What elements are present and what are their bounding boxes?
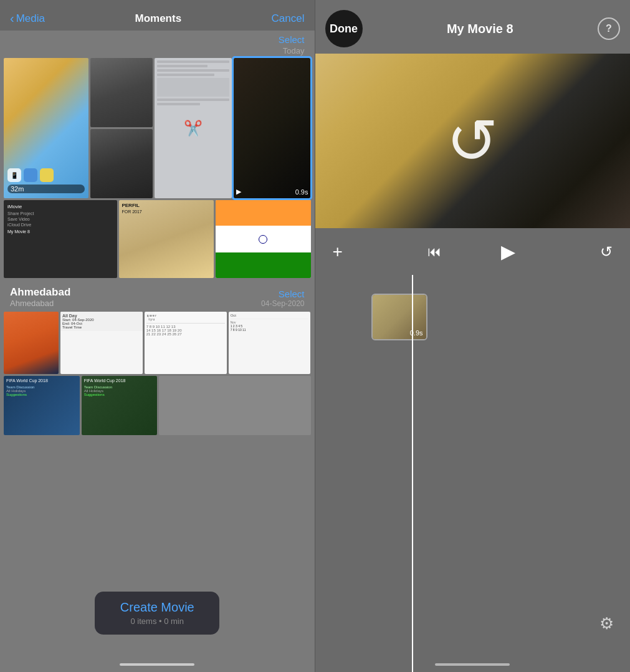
- settings-icon: ⚙: [599, 614, 614, 633]
- section-header-ahmedabad: Ahmedabad Ahmedabad Select 04-Sep-2020: [0, 280, 315, 309]
- create-movie-button[interactable]: Create Movie 0 items • 0 min: [95, 592, 219, 635]
- right-panel: Done My Movie 8 ? ↺ + ⏮ ▶ ↺: [315, 0, 631, 672]
- timeline-clip[interactable]: 0.9s: [371, 294, 427, 340]
- right-header: Done My Movie 8 ?: [315, 0, 631, 54]
- grid-row-1: 📱 32m: [4, 58, 311, 198]
- create-movie-title: Create Movie: [120, 600, 194, 615]
- add-clip-button[interactable]: +: [328, 237, 348, 267]
- section2-date: 04-Sep-2020: [261, 299, 304, 308]
- playhead: [412, 275, 413, 672]
- section-right: Select 04-Sep-2020: [261, 289, 304, 308]
- cancel-button[interactable]: Cancel: [272, 12, 305, 25]
- play-button[interactable]: ▶: [477, 236, 539, 267]
- grid-cell-dark1[interactable]: [90, 58, 152, 127]
- grid-cell-india[interactable]: [216, 200, 310, 278]
- left-panel: ‹ Media Moments Cancel Select Today 📱 32…: [0, 0, 315, 672]
- moments-title: Moments: [135, 12, 181, 25]
- undo-icon: ↺: [446, 110, 499, 172]
- grid-row-2: iMovie Share Project Save Video iCloud D…: [4, 200, 311, 278]
- done-label: Done: [330, 22, 358, 36]
- grid-cell-screenshot[interactable]: ✂️: [155, 58, 232, 198]
- back-chevron-icon: ‹: [10, 11, 14, 26]
- undo-button[interactable]: ↺: [595, 238, 618, 266]
- grid-cell-calendar2[interactable]: q w e r t y u 7 8 9 10 11 12 1314 15 16 …: [145, 312, 227, 374]
- back-button[interactable]: ‹ Media: [10, 11, 45, 26]
- photo-grid-today: 📱 32m: [0, 58, 315, 278]
- grid-cell-imovie[interactable]: iMovie Share Project Save Video iCloud D…: [4, 200, 117, 278]
- grid-cell-home[interactable]: 📱 32m: [4, 58, 88, 198]
- create-movie-sub: 0 items • 0 min: [120, 617, 194, 626]
- settings-button[interactable]: ⚙: [595, 612, 618, 635]
- help-button[interactable]: ?: [598, 17, 620, 40]
- grid-cell-calendar1[interactable]: All Day Start: 04-Sep-2020 End: 04-Oct T…: [60, 312, 143, 374]
- back-label[interactable]: Media: [16, 12, 45, 25]
- grid-cell-blank[interactable]: [159, 376, 310, 435]
- select-button[interactable]: Select: [279, 34, 305, 45]
- grid-cell-text-promo[interactable]: PERFIL FOR 2017: [119, 200, 214, 278]
- skip-back-icon: ⏮: [427, 244, 441, 260]
- time-badge: 32m: [7, 185, 85, 193]
- preview-area: ↺: [315, 54, 631, 228]
- right-bottom-indicator: [435, 663, 510, 666]
- create-movie-container: Create Movie 0 items • 0 min: [95, 592, 219, 635]
- select-row: Select: [0, 31, 315, 46]
- grid-cell-iphone[interactable]: [4, 312, 59, 374]
- section-location: Ahmedabad Ahmedabad: [10, 286, 70, 308]
- photo-grid-ahmedabad: All Day Start: 04-Sep-2020 End: 04-Oct T…: [0, 312, 315, 435]
- grid-col-small: [90, 58, 152, 198]
- video-play-icon: ▶: [236, 188, 241, 196]
- grid-cell-fifa1[interactable]: FIFA World Cup 2018 Team Discussion All …: [4, 376, 80, 435]
- undo-overlay: ↺: [435, 103, 510, 178]
- grid-cell-selected-video[interactable]: ▶ 0.9s: [234, 58, 311, 198]
- today-label: Today: [0, 46, 315, 58]
- ahmedabad-row2: FIFA World Cup 2018 Team Discussion All …: [4, 376, 311, 435]
- playback-controls: + ⏮ ▶ ↺: [315, 228, 631, 275]
- help-icon: ?: [606, 23, 612, 34]
- left-header: ‹ Media Moments Cancel: [0, 0, 315, 31]
- timeline-area: 0.9s ⚙: [315, 275, 631, 672]
- done-button[interactable]: Done: [325, 10, 363, 47]
- grid-cell-fifa2[interactable]: FIFA World Cup 2018 Team Discussion All …: [82, 376, 158, 435]
- movie-title: My Movie 8: [369, 22, 592, 36]
- skip-back-button[interactable]: ⏮: [404, 239, 465, 265]
- play-icon: ▶: [501, 241, 515, 262]
- ahmedabad-row1: All Day Start: 04-Sep-2020 End: 04-Oct T…: [4, 312, 311, 374]
- add-icon: +: [333, 242, 343, 262]
- video-duration-badge: 0.9s: [295, 188, 308, 196]
- section2-select[interactable]: Select: [261, 289, 304, 299]
- undo-ctrl-icon: ↺: [600, 243, 613, 261]
- grid-cell-calendar3[interactable]: Oct Nov 1 2 3 4 57 8 9 10 11: [229, 312, 311, 374]
- left-bottom-indicator: [120, 663, 194, 666]
- grid-cell-dark2[interactable]: [90, 129, 152, 198]
